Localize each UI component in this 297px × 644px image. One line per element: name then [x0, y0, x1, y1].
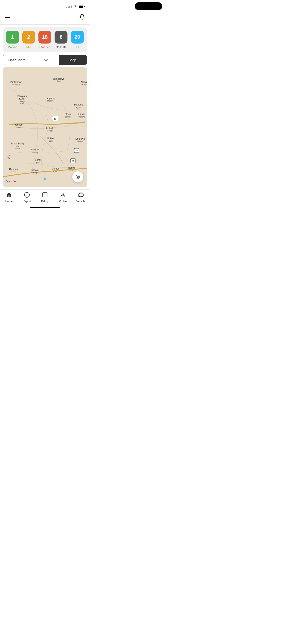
svg-text:Bobas: Bobas	[48, 137, 54, 140]
billing-icon	[42, 192, 48, 199]
svg-text:लालपुरा: लालपुरा	[65, 116, 71, 118]
svg-text:Boraj: Boraj	[35, 159, 40, 161]
stat-card-stopped[interactable]: 18 Stopped	[38, 31, 52, 49]
svg-text:Bhojpura: Bhojpura	[18, 95, 27, 98]
svg-text:नंगल लादी: नंगल लादी	[81, 84, 87, 86]
svg-text:कालख: कालख	[47, 130, 53, 132]
svg-text:पचकोडिया: पचकोडिया	[12, 84, 20, 86]
svg-text:Asalpur: Asalpur	[31, 148, 39, 151]
svg-text:81: 81	[76, 150, 78, 152]
nav-item-billing[interactable]: Billing	[36, 192, 54, 203]
svg-text:81: 81	[72, 160, 74, 162]
svg-text:Google: Google	[6, 180, 16, 183]
stat-badge: 8	[54, 31, 68, 44]
nav-item-profile[interactable]: Profile	[54, 192, 72, 203]
map-view[interactable]: 2C 81 81 Pachkodiya पचकोडिया Bhainsawa भ…	[3, 67, 87, 187]
svg-text:Mahlan: Mahlan	[52, 168, 60, 170]
nav-item-home[interactable]: Home	[0, 192, 18, 203]
svg-text:Mundota: Mundota	[74, 104, 83, 106]
svg-text:Pachkodiya: Pachkodiya	[10, 81, 22, 84]
svg-text:Gadota: Gadota	[31, 169, 39, 171]
svg-rect-59	[42, 192, 47, 197]
svg-text:Lalpura: Lalpura	[64, 113, 72, 116]
svg-text:भैंसवा: भैंसवा	[57, 80, 61, 83]
bottom-nav: Home Report Billing Profile Vehicle	[0, 189, 90, 205]
tab-dashboard[interactable]: DashBoard	[3, 55, 31, 65]
svg-point-54	[77, 176, 78, 178]
billing-label: Billing	[41, 200, 48, 203]
profile-icon	[60, 192, 66, 199]
tab-live[interactable]: Live	[31, 55, 59, 65]
stat-card-idle[interactable]: 2 Idle	[21, 31, 36, 49]
stat-label: All	[76, 45, 79, 49]
stat-label: Idle	[26, 45, 31, 49]
svg-text:Kalwar: Kalwar	[78, 113, 86, 116]
locate-button[interactable]	[72, 171, 83, 182]
svg-text:बिचून: बिचून	[11, 171, 16, 173]
stat-badge: 29	[71, 31, 84, 44]
svg-text:जोबनेर: जोबनेर	[16, 126, 21, 129]
svg-text:Dhankya: Dhankya	[76, 138, 85, 140]
svg-text:Bhainsawa: Bhainsawa	[53, 78, 64, 80]
svg-text:Hingonia: Hingonia	[46, 97, 55, 100]
svg-text:Bichoon: Bichoon	[9, 168, 18, 170]
header	[0, 12, 90, 25]
nav-item-report[interactable]: Report	[18, 192, 36, 203]
report-icon	[24, 192, 30, 199]
stat-label: Stopped	[39, 45, 50, 49]
svg-text:आसलपुर: आसलपुर	[32, 151, 38, 154]
svg-text:Nangal Ladi: Nangal Ladi	[81, 81, 87, 84]
stat-card-moving[interactable]: 1 Moving	[5, 31, 20, 49]
svg-text:बगरू: बगरू	[69, 169, 73, 172]
svg-point-62	[62, 193, 64, 195]
home-indicator	[30, 206, 60, 208]
svg-text:महलां: महलां	[53, 170, 58, 172]
tab-map[interactable]: Map	[59, 55, 87, 65]
svg-text:Kalan: Kalan	[19, 98, 25, 100]
home-icon	[6, 192, 12, 199]
status-icons	[66, 5, 85, 8]
stats-container: 1 Moving 2 Idle 18 Stopped 8 No Data 29 …	[3, 28, 87, 52]
status-bar	[0, 0, 90, 12]
nav-item-vehicle[interactable]: Vehicle	[72, 192, 90, 203]
stat-card-no-data[interactable]: 8 No Data	[54, 31, 68, 49]
stat-label: No Data	[56, 45, 67, 49]
svg-point-65	[82, 196, 82, 197]
stat-badge: 1	[6, 31, 19, 44]
svg-text:2C: 2C	[54, 118, 56, 120]
stat-badge: 2	[22, 31, 35, 44]
wifi-icon	[73, 5, 77, 8]
profile-label: Profile	[59, 200, 67, 203]
tabs-container: DashBoardLiveMap	[3, 55, 87, 65]
home-label: Home	[5, 200, 13, 203]
menu-button[interactable]	[4, 16, 10, 19]
svg-text:बोराज: बोराज	[36, 162, 40, 164]
stat-label: Moving	[8, 45, 17, 49]
svg-text:बोराज: बोराज	[15, 147, 20, 150]
svg-rect-1	[79, 6, 83, 8]
svg-text:ोदा: ोदा	[7, 157, 10, 160]
svg-text:oda: oda	[7, 154, 10, 157]
signal-icon	[66, 6, 72, 8]
svg-text:कालवाड़: कालवाड़	[78, 116, 85, 118]
svg-text:Dhani Boraj: Dhani Boraj	[11, 142, 24, 145]
svg-point-55	[76, 175, 80, 179]
svg-text:मोखमपुरा: मोखमपुरा	[31, 171, 38, 174]
stat-card-all[interactable]: 29 All	[70, 31, 85, 49]
vehicle-icon	[78, 192, 84, 199]
svg-text:Kalakh: Kalakh	[46, 127, 54, 130]
svg-text:भोजपुरा: भोजपुरा	[20, 100, 25, 103]
map-svg: 2C 81 81 Pachkodiya पचकोडिया Bhainsawa भ…	[3, 67, 87, 187]
google-logo: Google	[6, 179, 18, 184]
notification-bell-icon[interactable]	[79, 14, 85, 21]
svg-text:Jobner: Jobner	[15, 124, 22, 126]
report-label: Report	[23, 200, 31, 203]
svg-point-58	[27, 196, 27, 196]
stat-badge: 18	[38, 31, 51, 44]
svg-text:Bagru: Bagru	[68, 166, 75, 169]
svg-text:हिंगोनिया: हिंगोनिया	[47, 100, 54, 102]
svg-text:धानक्या: धानक्या	[77, 140, 83, 143]
vehicle-label: Vehicle	[76, 200, 86, 203]
svg-text:मुन्दोता: मुन्दोता	[76, 106, 82, 109]
svg-text:कलान: कलान	[20, 102, 25, 105]
